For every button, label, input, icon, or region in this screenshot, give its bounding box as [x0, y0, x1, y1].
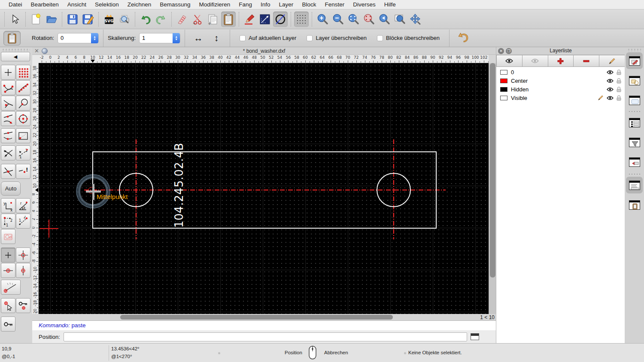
snap-endpoints-button[interactable] — [1, 80, 15, 95]
paste-button[interactable] — [221, 12, 236, 27]
zoom-selection-button[interactable] — [361, 12, 376, 27]
layer-visible-icon[interactable] — [607, 70, 614, 75]
snap-auto-intersection-button[interactable] — [1, 145, 15, 160]
snap-intersection-button[interactable] — [1, 164, 15, 179]
redo-button[interactable] — [154, 12, 168, 27]
crosshair-vertical-button[interactable] — [16, 263, 30, 278]
menu-datei[interactable]: Datei — [4, 1, 27, 8]
layer-lock-icon[interactable] — [617, 78, 621, 84]
new-document-button[interactable] — [29, 12, 43, 27]
rotation-input[interactable] — [61, 35, 88, 41]
snap-nearest-button[interactable] — [1, 111, 15, 126]
reset-tool-button[interactable] — [456, 31, 470, 45]
menu-selektion[interactable]: Selektion — [91, 1, 123, 8]
menu-fang[interactable]: Fang — [234, 1, 256, 8]
panel-close-icon[interactable]: ✕ — [498, 48, 504, 54]
menu-hilfe[interactable]: Hilfe — [380, 1, 400, 8]
crosshair-full-button[interactable] — [16, 247, 30, 262]
previous-view-button[interactable] — [377, 12, 392, 27]
snap-reference-button[interactable] — [16, 128, 30, 143]
menu-fenster[interactable]: Fenster — [320, 1, 349, 8]
relative-cartesian-button[interactable]: 12 — [1, 214, 15, 229]
layer-row-center[interactable]: Center — [496, 76, 625, 85]
snap-tangent-button[interactable] — [16, 96, 30, 111]
vertical-scrollbar-thumb[interactable] — [490, 63, 495, 278]
set-reference-pointer-button[interactable] — [1, 298, 15, 313]
flip-vertical-button[interactable]: ↕ — [209, 31, 224, 45]
layer-color-swatch[interactable] — [500, 87, 507, 92]
dock-clipboard-button[interactable] — [626, 196, 643, 213]
dock-drag-handle[interactable] — [627, 48, 641, 51]
flip-horizontal-button[interactable]: ↔ — [191, 31, 206, 45]
grid-toggle-button[interactable] — [294, 12, 309, 27]
selection-pointer-button[interactable] — [8, 12, 22, 27]
dock-view-panel-button[interactable] — [626, 92, 643, 109]
restrict-off-button[interactable] — [1, 229, 15, 244]
relative-polar-button[interactable]: 12 — [16, 214, 30, 229]
layer-row-visible[interactable]: Visible — [496, 94, 625, 102]
save-document-as-button[interactable] — [81, 12, 95, 27]
menu-zeichnen[interactable]: Zeichnen — [123, 1, 156, 8]
copy-button[interactable]: + — [206, 12, 220, 27]
coordinate-cartesian-button[interactable]: yx — [1, 198, 15, 213]
layer-lock-icon[interactable] — [617, 69, 621, 75]
edit-layer-button[interactable] — [599, 55, 625, 67]
draw-pencil-button[interactable] — [242, 12, 257, 27]
snap-grid-button[interactable] — [16, 65, 30, 80]
rotation-stepper[interactable]: ▲▼ — [91, 33, 98, 43]
layer-color-swatch[interactable] — [500, 78, 507, 83]
snap-auto-button[interactable]: Auto — [1, 181, 21, 196]
scale-input[interactable] — [142, 35, 170, 41]
checkbox-current-layer[interactable]: Auf aktuellen Layer — [240, 35, 296, 41]
open-document-button[interactable] — [44, 12, 59, 27]
position-input[interactable] — [64, 332, 467, 341]
pan-button[interactable] — [408, 12, 422, 27]
zoom-in-button[interactable] — [315, 12, 330, 27]
layer-visible-icon[interactable] — [607, 78, 614, 83]
checkbox-box[interactable] — [240, 35, 246, 41]
horizontal-scrollbar-thumb[interactable] — [120, 315, 393, 320]
remove-layer-button[interactable] — [574, 55, 599, 67]
dock-selection-filter-button[interactable] — [626, 134, 643, 151]
print-preview-button[interactable] — [117, 12, 132, 27]
layer-color-swatch[interactable] — [500, 96, 507, 100]
lock-relative-zero-button[interactable] — [1, 317, 15, 332]
undo-button[interactable] — [138, 12, 153, 27]
snap-intersection-manual-button[interactable]: 12 — [16, 145, 30, 160]
auto-zoom-button[interactable] — [346, 12, 361, 27]
menu-bemassung[interactable]: Bemassung — [155, 1, 194, 8]
layer-lock-icon[interactable] — [617, 95, 621, 101]
menu-modifizieren[interactable]: Modifizieren — [195, 1, 235, 8]
checkbox-overwrite-blocks[interactable]: Blöcke überschreiben — [377, 35, 440, 41]
snap-center-button[interactable] — [16, 111, 30, 126]
panel-detach-icon[interactable]: ❐ — [506, 48, 512, 54]
menu-diverses[interactable]: Diverses — [349, 1, 380, 8]
layer-row-hidden[interactable]: Hidden — [496, 85, 625, 94]
crosshair-free-button[interactable] — [1, 247, 15, 262]
zoom-out-button[interactable] — [331, 12, 345, 27]
dock-property-editor-button[interactable] — [626, 114, 643, 131]
show-all-layers-button[interactable] — [496, 55, 522, 67]
toolbox-drag-handle[interactable] — [2, 48, 30, 51]
layer-lock-icon[interactable] — [617, 87, 621, 92]
menu-block[interactable]: Block — [298, 1, 320, 8]
snap-free-button[interactable] — [1, 65, 15, 80]
dock-library-browser-button[interactable] — [626, 154, 643, 170]
horizontal-scrollbar[interactable]: 1 < 10 — [39, 314, 496, 320]
save-document-button[interactable] — [65, 12, 80, 27]
hide-all-layers-button[interactable] — [522, 55, 548, 67]
dock-layer-list-button[interactable] — [626, 52, 643, 69]
snap-perpendicular-button[interactable] — [1, 96, 15, 111]
scale-stepper[interactable]: ▲▼ — [173, 33, 180, 43]
circle-tool-button[interactable] — [273, 12, 288, 27]
layer-visible-icon[interactable] — [607, 87, 614, 92]
checkbox-box[interactable] — [307, 35, 313, 41]
command-window-toggle-icon[interactable] — [471, 333, 479, 340]
toolbox-back-button[interactable]: ◀ — [1, 52, 30, 61]
vertical-scrollbar[interactable] — [489, 63, 496, 314]
menu-layer[interactable]: Layer — [275, 1, 298, 8]
layer-visible-icon[interactable] — [607, 96, 614, 100]
snap-on-entity-button[interactable] — [16, 80, 30, 95]
crosshair-horizontal-button[interactable] — [1, 263, 15, 278]
menu-ansicht[interactable]: Ansicht — [63, 1, 91, 8]
